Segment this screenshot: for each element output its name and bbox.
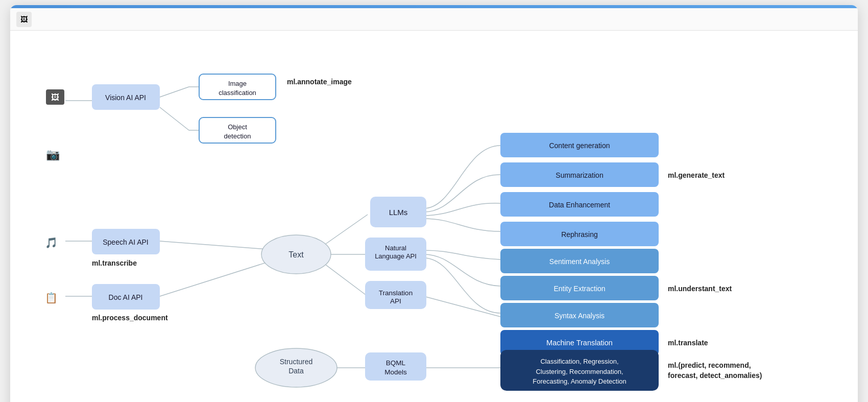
process-doc-label: ml.process_document — [92, 314, 168, 322]
data-enhancement-label: Data Enhancement — [549, 201, 610, 209]
image-icon[interactable]: 🖼 — [16, 12, 32, 27]
transcribe-label: ml.transcribe — [92, 259, 137, 267]
understand-text-label: ml.understant_text — [668, 285, 732, 293]
bqml-tasks-label-1: Classification, Regression, — [540, 358, 618, 365]
text-label: Text — [288, 250, 304, 259]
speech-api-label: Speech AI API — [103, 238, 149, 246]
doc-icon: 📋 — [45, 292, 58, 304]
natural-lang-label-2: Language API — [375, 252, 417, 260]
image-classification-label-1: Image — [228, 80, 247, 87]
sentiment-label: Sentiment Analysis — [549, 257, 610, 266]
syntax-label: Syntax Analysis — [554, 312, 605, 320]
structured-data-label-1: Structured — [280, 358, 313, 366]
diagram-svg: Vision AI API Image classification Objec… — [31, 46, 837, 402]
doc-api-label: Doc AI API — [109, 293, 143, 301]
svg-line-2 — [160, 107, 189, 130]
bqml-label-2: Models — [384, 368, 407, 376]
content-gen-label: Content generation — [549, 141, 610, 150]
diagram-canvas: Vision AI API Image classification Objec… — [10, 31, 858, 402]
predict-label-2: forecast, detect_anomalies) — [668, 371, 762, 380]
toolbar: 🖼 — [10, 8, 858, 31]
svg-line-0 — [160, 87, 189, 97]
object-detection-label-1: Object — [228, 123, 247, 131]
bqml-tasks-label-3: Forecasting, Anomaly Detection — [533, 377, 626, 385]
translation-api-label-2: API — [390, 297, 401, 305]
summarization-label: Summarization — [556, 171, 603, 179]
main-window: 🖼 — [10, 5, 858, 402]
svg-line-8 — [160, 258, 281, 296]
bqml-label-1: BQML — [386, 359, 406, 367]
rephrasing-label: Rephrasing — [561, 230, 598, 239]
annotate-image-label: ml.annotate_image — [287, 78, 352, 86]
image-icon-glyph: 🖼 — [51, 93, 59, 102]
bqml-tasks-label-2: Clustering, Recommendation, — [536, 368, 623, 375]
vision-api-label: Vision AI API — [105, 93, 146, 102]
video-icon: 📷 — [46, 148, 60, 161]
entity-label: Entity Extraction — [553, 285, 605, 293]
structured-data-label-2: Data — [288, 367, 304, 375]
speech-icon: 🎵 — [45, 237, 58, 249]
translate-label: ml.translate — [668, 339, 708, 347]
predict-label-1: ml.(predict, recommend, — [668, 361, 751, 369]
svg-line-13 — [424, 296, 500, 317]
generate-text-label: ml.generate_text — [668, 171, 725, 179]
llms-label: LLMs — [389, 208, 408, 217]
object-detection-label-2: detection — [224, 132, 251, 140]
machine-translation-label: Machine Translation — [546, 339, 613, 347]
translation-api-label-1: Translation — [379, 289, 413, 297]
image-classification-label-2: classification — [219, 89, 256, 97]
natural-lang-label-1: Natural — [385, 244, 406, 252]
